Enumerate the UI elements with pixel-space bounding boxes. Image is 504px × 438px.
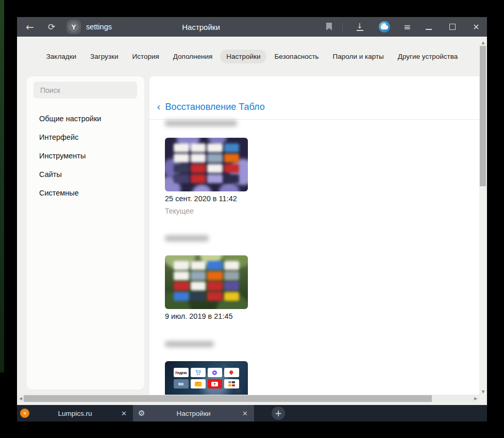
settings-sidebar: Общие настройки Интерфейс Инструменты Са… — [27, 76, 144, 390]
titlebar: ← ⟳ Y settings Настройки ↓ — [17, 17, 487, 37]
tile-collage-icon — [224, 379, 239, 388]
scrollbar-left-arrow[interactable]: ◀ — [18, 395, 24, 402]
scrollbar-up-arrow[interactable]: ▲ — [479, 39, 487, 46]
browser-tab-strip: Lumpics.ru ✕ ⚙ Настройки ✕ + — [17, 405, 487, 421]
tab-label: Lumpics.ru — [17, 410, 133, 417]
tile-yandex: Яндекс — [174, 368, 189, 377]
sidebar-item-sites[interactable]: Сайты — [39, 168, 101, 181]
minimize-icon — [426, 29, 432, 30]
snapshot-status-current: Текущее — [165, 207, 194, 215]
nav-tab-passwords[interactable]: Пароли и карты — [327, 50, 390, 63]
tableau-snapshot-thumbnail[interactable] — [165, 255, 248, 309]
thumbnail-tiles — [174, 261, 239, 301]
desktop-background-sliver — [0, 0, 4, 372]
browser-menu-button[interactable]: ≡ — [399, 17, 415, 37]
tab-close-icon[interactable]: ✕ — [242, 410, 248, 417]
maximize-button[interactable] — [444, 17, 461, 37]
snapshot-date: 25 сент. 2020 в 11:42 — [165, 194, 237, 203]
tableau-snapshot-thumbnail[interactable] — [165, 138, 248, 191]
new-tab-button[interactable]: + — [272, 407, 285, 420]
sidebar-items: Общие настройки Интерфейс Инструменты Са… — [39, 112, 101, 199]
page-title[interactable]: ‹ Восстановление Табло — [157, 101, 265, 112]
yandex-logo-icon: Y — [69, 22, 79, 32]
tableau-snapshot-thumbnail[interactable]: Яндекс — [165, 361, 248, 395]
nav-tab-settings[interactable]: Настройки — [220, 50, 266, 63]
thumbnail-tiles: Яндекс — [174, 368, 239, 388]
browser-window: ← ⟳ Y settings Настройки ↓ — [17, 17, 487, 421]
browser-tab-lumpics[interactable]: Lumpics.ru ✕ — [17, 405, 133, 421]
chevron-left-icon: ‹ — [157, 101, 161, 112]
nav-tab-addons[interactable]: Дополнения — [167, 50, 219, 63]
window-page-title: Настройки — [165, 17, 237, 37]
address-url-text: settings — [86, 17, 112, 37]
tile-market-cart-icon — [191, 368, 206, 377]
nav-tab-security[interactable]: Безопасность — [268, 50, 325, 63]
bookmark-icon[interactable] — [321, 17, 337, 37]
sidebar-item-system[interactable]: Системные — [39, 187, 101, 199]
minimize-button[interactable] — [421, 17, 436, 37]
scrollbar-right-arrow[interactable]: ▶ — [473, 395, 479, 402]
device-name-blurred — [165, 235, 209, 241]
tile-messenger-icon — [208, 368, 223, 377]
browser-tab-settings-active[interactable]: ⚙ Настройки ✕ — [133, 405, 254, 421]
search-input[interactable] — [33, 82, 137, 99]
tile-maps-pin-icon — [224, 368, 239, 377]
maximize-icon — [449, 24, 456, 30]
horizontal-scrollbar-track[interactable]: ◀ ▶ — [17, 395, 479, 402]
tab-label: Настройки — [133, 410, 254, 417]
snapshot-date: 9 июл. 2019 в 21:45 — [165, 312, 233, 320]
sidebar-item-general[interactable]: Общие настройки — [39, 112, 101, 125]
sidebar-item-interface[interactable]: Интерфейс — [39, 131, 101, 143]
divider — [149, 119, 479, 120]
nav-tab-history[interactable]: История — [126, 50, 165, 63]
device-name-blurred — [165, 341, 214, 347]
screen: ← ⟳ Y settings Настройки ↓ — [0, 0, 504, 438]
thumbnail-tiles — [174, 143, 239, 183]
page-title-label: Восстановление Табло — [165, 102, 265, 112]
tab-close-icon[interactable]: ✕ — [121, 410, 127, 417]
close-window-button[interactable]: ✕ — [467, 17, 485, 37]
sidebar-item-tools[interactable]: Инструменты — [39, 150, 101, 162]
content-panel: ‹ Восстановление Табло 25 сент. 2020 в 1… — [149, 76, 479, 395]
bookmark-glyph — [326, 23, 332, 31]
tile-mail-icon — [191, 379, 206, 388]
reload-button[interactable]: ⟳ — [44, 17, 59, 37]
back-button[interactable]: ← — [21, 17, 39, 37]
nav-tab-downloads[interactable]: Загрузки — [84, 50, 124, 63]
settings-nav-tabs: Закладки Загрузки История Дополнения Нас… — [17, 49, 487, 63]
titlebar-separator — [342, 23, 343, 31]
device-name-blurred — [165, 120, 237, 126]
tile-youtube-icon — [208, 379, 223, 388]
nav-tab-bookmarks[interactable]: Закладки — [40, 50, 82, 63]
scrollbar-down-arrow[interactable]: ▼ — [479, 388, 487, 395]
yandex-site-badge[interactable]: Y — [66, 20, 81, 34]
nav-tab-other-devices[interactable]: Другие устройства — [392, 50, 464, 63]
cloud-icon — [381, 25, 388, 29]
downloads-button[interactable]: ↓ — [351, 17, 368, 37]
tile-vk: ВК — [174, 379, 189, 388]
vertical-scrollbar-thumb[interactable] — [480, 46, 486, 186]
download-icon: ↓ — [357, 23, 363, 31]
horizontal-scrollbar-thumb[interactable] — [24, 395, 432, 402]
weather-widget-icon[interactable] — [379, 21, 390, 33]
